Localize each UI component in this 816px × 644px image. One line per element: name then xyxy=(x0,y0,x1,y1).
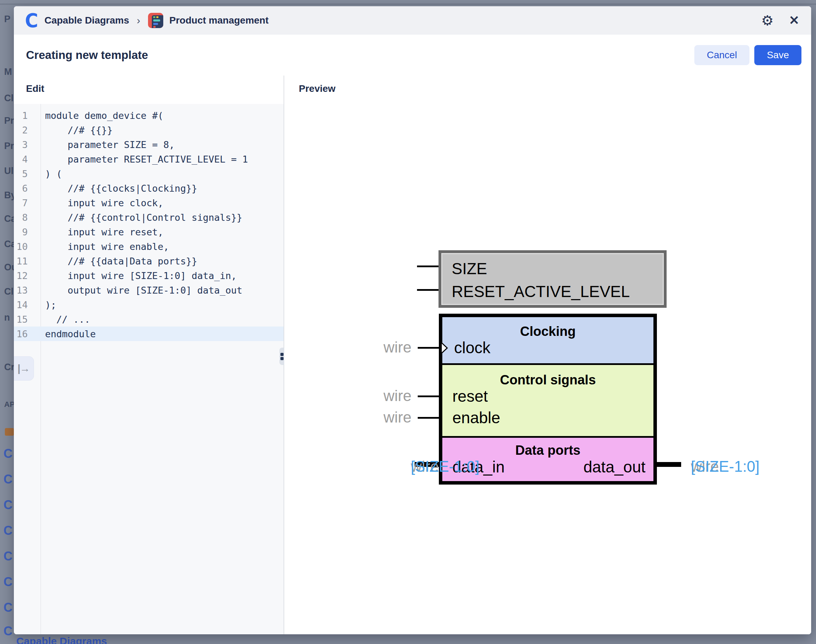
dialog-header: C Capable Diagrams › Product management … xyxy=(14,6,811,35)
port-enable: enable xyxy=(452,408,500,427)
backdrop-text-fragment: Cl xyxy=(4,93,14,104)
code-line: 4 parameter RESET_ACTIVE_LEVEL = 1 xyxy=(14,152,284,166)
section-title-control: Control signals xyxy=(439,373,657,388)
template-editor-dialog: C Capable Diagrams › Product management … xyxy=(14,6,811,634)
code-line: 1module demo_device #( xyxy=(14,108,284,123)
parameter-name: RESET_ACTIVE_LEVEL xyxy=(452,280,664,303)
code-line: 11 //# {{data|Data ports}} xyxy=(14,254,284,268)
breadcrumb-app-name[interactable]: Capable Diagrams xyxy=(44,15,129,26)
backdrop-logo-icon: C xyxy=(3,498,12,512)
bar-arrow-right-icon: |→ xyxy=(18,363,29,374)
backdrop-logo-icon: C xyxy=(3,624,12,638)
wire-label-reset: wire xyxy=(336,387,411,405)
code-line: 14); xyxy=(14,297,284,312)
cancel-button[interactable]: Cancel xyxy=(694,45,749,65)
backdrop-text-fragment: Cr xyxy=(4,362,15,373)
backdrop-text-fragment: P xyxy=(4,14,11,25)
port-reset: reset xyxy=(452,387,488,406)
code-line: 13 output wire [SIZE-1:0] data_out xyxy=(14,283,284,297)
backdrop-logo-icon: C xyxy=(3,549,12,564)
page-title: Creating new template xyxy=(26,49,148,62)
backdrop-app-name: Capable Diagrams xyxy=(16,635,107,644)
chevron-right-icon: › xyxy=(137,15,140,26)
backdrop-logo-icon: C xyxy=(3,446,12,461)
param-wire-stub xyxy=(417,289,439,291)
backdrop-text-fragment: M xyxy=(4,66,12,77)
close-icon[interactable]: ✕ xyxy=(789,14,799,27)
backdrop-logo-icon: C xyxy=(3,575,12,589)
settings-gear-icon[interactable]: ⚙ xyxy=(761,14,774,28)
wire-stub-reset xyxy=(418,396,439,397)
backdrop-text-fragment: Pr xyxy=(4,115,14,126)
preview-pane-label: Preview xyxy=(299,83,336,94)
section-title-data: Data ports xyxy=(439,443,657,458)
breadcrumb-project-name[interactable]: Product management xyxy=(170,15,268,26)
bus-range-label: [SIZE-1:0] xyxy=(691,458,759,475)
backdrop-app-icon xyxy=(5,428,14,436)
backdrop-text-fragment: Ul xyxy=(4,166,14,176)
param-wire-stub xyxy=(417,265,439,267)
code-line: 2 //# {{}} xyxy=(14,123,284,137)
capable-diagrams-logo-icon: C xyxy=(25,11,38,30)
wire-stub-clock xyxy=(418,347,439,349)
backdrop-logo-icon: C xyxy=(3,472,12,487)
code-line: 7 input wire clock, xyxy=(14,195,284,210)
dialog-title-row: Creating new template Cancel Save xyxy=(14,35,811,76)
section-title-clocking: Clocking xyxy=(439,324,657,339)
bus-range-label: [SIZE-1:0] xyxy=(411,458,479,475)
clock-input-chevron-icon xyxy=(441,342,449,354)
diagram-preview: SIZE RESET_ACTIVE_LEVEL Clocking Control… xyxy=(284,104,811,634)
backdrop-text-fragment: Cl xyxy=(4,286,14,297)
code-line: 15 // ... xyxy=(14,312,284,327)
backdrop-logo-icon: C xyxy=(3,523,12,538)
code-line: 10 input wire enable, xyxy=(14,239,284,254)
code-line: 3 parameter SIZE = 8, xyxy=(14,137,284,152)
save-button[interactable]: Save xyxy=(754,45,801,65)
code-line: 12 input wire [SIZE-1:0] data_in, xyxy=(14,268,284,283)
code-lines: 1module demo_device #( 2 //# {{}} 3 para… xyxy=(14,108,284,341)
port-clock: clock xyxy=(454,338,491,357)
code-line-current: 16endmodule xyxy=(14,327,284,341)
backdrop-divider xyxy=(0,3,816,5)
port-data-out: data_out xyxy=(526,457,646,476)
backdrop-text-fragment: Pr xyxy=(4,141,14,152)
code-line: 6 //# {{clocks|Clocking}} xyxy=(14,181,284,195)
wire-label-clock: wire xyxy=(336,339,411,356)
code-editor[interactable]: 1module demo_device #( 2 //# {{}} 3 para… xyxy=(14,104,284,634)
backdrop-text-fragment: AP xyxy=(4,400,15,409)
backdrop-text-fragment: n xyxy=(4,312,10,323)
wire-label-enable: wire xyxy=(336,409,411,426)
edit-pane-label: Edit xyxy=(26,83,44,94)
collapse-editor-tab[interactable]: |→ xyxy=(14,356,34,380)
code-line: 5) ( xyxy=(14,166,284,181)
wire-stub-enable xyxy=(418,417,439,419)
parameter-name: SIZE xyxy=(452,257,664,280)
bus-stub-data-out xyxy=(657,462,681,467)
project-icon xyxy=(148,13,163,28)
parameter-box: SIZE RESET_ACTIVE_LEVEL xyxy=(439,250,667,308)
code-line: 9 input wire reset, xyxy=(14,225,284,239)
pane-header-row: Edit Preview xyxy=(14,75,811,104)
code-line: 8 //# {{control|Control signals}} xyxy=(14,210,284,225)
backdrop-logo-icon: C xyxy=(3,600,12,615)
screen: P M Cl Pr Pr Ul By Ca Ca Ou Cl n Cr AP C… xyxy=(0,0,816,644)
